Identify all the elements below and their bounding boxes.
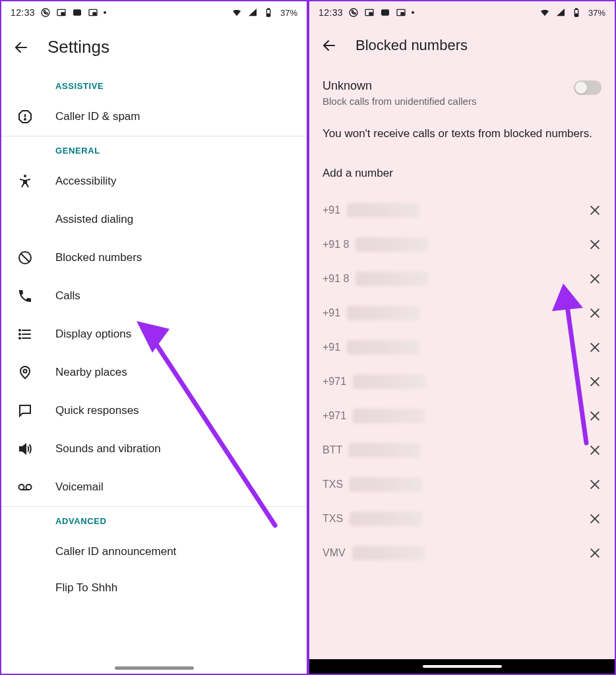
appbar-blocked: Blocked numbers <box>309 24 615 69</box>
svg-rect-8 <box>267 14 270 16</box>
remove-number-icon[interactable] <box>588 204 601 217</box>
blocked-explain: You won't receive calls or texts from bl… <box>309 113 615 142</box>
redacted-number <box>355 237 428 252</box>
back-arrow-icon[interactable] <box>13 40 29 55</box>
row-assisted-dialing[interactable]: Assisted dialing <box>1 200 307 239</box>
row-label: Accessibility <box>55 175 117 188</box>
number-prefix: +91 8 <box>323 239 349 250</box>
remove-number-icon[interactable] <box>588 409 601 423</box>
blocked-number-row: +971 <box>309 399 615 433</box>
row-label: Voicemail <box>55 481 104 494</box>
wifi-icon <box>539 7 550 18</box>
back-arrow-icon[interactable] <box>321 38 337 53</box>
row-caller-id-announcement[interactable]: Caller ID announcement <box>1 533 307 571</box>
number-prefix: +91 <box>323 341 340 353</box>
blocked-number-row: +91 <box>309 193 615 227</box>
redacted-number <box>347 340 419 355</box>
list-icon <box>17 326 33 342</box>
battery-percent: 37% <box>588 8 605 18</box>
unknown-subtitle: Block calls from unidentified callers <box>323 96 566 107</box>
row-label: Assisted dialing <box>55 213 133 226</box>
number-prefix: BTT <box>323 444 342 456</box>
row-quick-responses[interactable]: Quick responses <box>1 392 307 430</box>
status-time: 12:33 <box>11 7 35 18</box>
row-voicemail[interactable]: Voicemail <box>1 468 307 506</box>
unknown-switch[interactable] <box>574 80 601 95</box>
row-flip-to-shhh[interactable]: Flip To Shhh <box>1 571 307 597</box>
svg-point-20 <box>19 334 20 335</box>
redacted-number <box>347 203 419 218</box>
blocked-numbers-list: +91+91 8+91 8+91+91+971+971BTTTXSTXSVMV <box>309 193 615 570</box>
battery-percent: 37% <box>280 8 297 18</box>
blocked-number-row: +91 <box>309 330 615 365</box>
remove-number-icon[interactable] <box>588 375 601 388</box>
svg-rect-3 <box>73 9 81 15</box>
row-sounds-vibration[interactable]: Sounds and vibration <box>1 430 307 468</box>
row-accessibility[interactable]: Accessibility <box>1 162 307 200</box>
nav-handle[interactable] <box>1 666 307 670</box>
svg-rect-35 <box>576 9 578 9</box>
whatsapp-icon <box>348 7 359 18</box>
row-blocked-numbers[interactable]: Blocked numbers <box>1 239 307 277</box>
phone-icon <box>17 288 33 304</box>
remove-number-icon[interactable] <box>588 307 601 320</box>
number-prefix: +91 <box>323 307 340 319</box>
remove-number-icon[interactable] <box>588 512 601 525</box>
accessibility-icon <box>17 173 33 189</box>
row-label: Blocked numbers <box>55 251 142 264</box>
appbar-settings: Settings <box>1 24 307 72</box>
row-label: Sounds and vibration <box>55 442 161 455</box>
remove-number-icon[interactable] <box>588 546 601 560</box>
remove-number-icon[interactable] <box>588 238 601 251</box>
app-badge-icon <box>380 7 390 18</box>
status-bar: 12:33 37% <box>309 1 615 24</box>
svg-rect-30 <box>369 13 373 15</box>
blocked-number-row: VMV <box>309 536 615 570</box>
row-calls[interactable]: Calls <box>1 277 307 315</box>
battery-icon <box>263 7 274 18</box>
svg-rect-36 <box>575 14 578 16</box>
blocked-number-row: +91 8 <box>309 227 615 262</box>
svg-rect-33 <box>401 13 404 15</box>
blocked-number-row: +91 <box>309 296 615 330</box>
section-advanced: ADVANCED <box>1 507 307 533</box>
row-label: Flip To Shhh <box>55 581 117 595</box>
row-display-options[interactable]: Display options <box>1 315 307 353</box>
more-notifications-dot <box>412 11 414 14</box>
svg-point-13 <box>24 175 26 177</box>
redacted-number <box>347 306 419 320</box>
svg-point-28 <box>350 9 357 16</box>
pip-icon-2 <box>88 7 98 18</box>
remove-number-icon[interactable] <box>588 444 601 457</box>
svg-rect-7 <box>268 9 270 9</box>
signal-icon <box>247 7 258 18</box>
row-nearby-places[interactable]: Nearby places <box>1 353 307 392</box>
app-badge-icon <box>72 7 82 18</box>
signal-icon <box>555 7 566 18</box>
phone-right-blocked-numbers: 12:33 37% Blocked numbers Unknown Block … <box>308 0 616 675</box>
svg-point-24 <box>26 484 32 490</box>
blocked-number-row: +91 8 <box>309 262 615 296</box>
row-label: Display options <box>55 328 131 341</box>
svg-point-22 <box>24 370 27 373</box>
remove-number-icon[interactable] <box>588 272 601 285</box>
remove-number-icon[interactable] <box>588 341 601 354</box>
section-general: GENERAL <box>1 136 307 162</box>
redacted-number <box>353 374 425 389</box>
row-label: Caller ID announcement <box>55 545 176 558</box>
unknown-toggle-row[interactable]: Unknown Block calls from unidentified ca… <box>309 69 615 113</box>
block-icon <box>17 250 33 266</box>
battery-icon <box>571 7 582 18</box>
row-label: Nearby places <box>55 366 127 379</box>
remove-number-icon[interactable] <box>588 478 601 491</box>
svg-point-23 <box>19 484 24 490</box>
blocked-number-row: +971 <box>309 365 615 399</box>
blocked-number-row: TXS <box>309 467 615 502</box>
status-bar: 12:33 37% <box>1 1 307 24</box>
blocked-number-row: TXS <box>309 502 615 536</box>
nav-handle[interactable] <box>309 659 615 674</box>
row-caller-id-spam[interactable]: Caller ID & spam <box>1 98 307 136</box>
add-number-button[interactable]: Add a number <box>309 142 615 194</box>
svg-point-21 <box>19 338 20 339</box>
number-prefix: TXS <box>323 479 343 490</box>
